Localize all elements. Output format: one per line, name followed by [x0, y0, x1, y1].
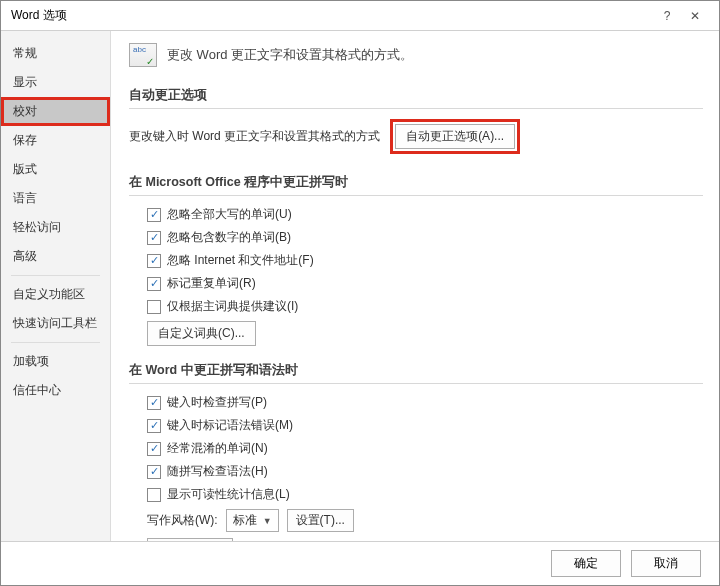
lbl-mark-grammar: 键入时标记语法错误(M) — [167, 417, 293, 434]
nav-display[interactable]: 显示 — [1, 68, 110, 97]
writing-style-label: 写作风格(W): — [147, 512, 218, 529]
writing-style-select[interactable]: 标准▼ — [226, 509, 279, 532]
autocorrect-desc: 更改键入时 Word 更正文字和设置其格式的方式 — [129, 128, 380, 145]
caret-down-icon: ▼ — [263, 516, 272, 526]
ok-button[interactable]: 确定 — [551, 550, 621, 577]
lbl-main-dict-only: 仅根据主词典提供建议(I) — [167, 298, 298, 315]
chk-main-dict-only[interactable] — [147, 300, 161, 314]
close-button[interactable]: ✕ — [681, 9, 709, 23]
nav-trust-center[interactable]: 信任中心 — [1, 376, 110, 405]
nav-ease-of-access[interactable]: 轻松访问 — [1, 213, 110, 242]
lbl-flag-repeat: 标记重复单词(R) — [167, 275, 256, 292]
autocorrect-options-button[interactable]: 自动更正选项(A)... — [395, 124, 515, 149]
header-text: 更改 Word 更正文字和设置其格式的方式。 — [167, 46, 413, 64]
highlight-autocorrect-button: 自动更正选项(A)... — [390, 119, 520, 154]
lbl-ignore-numbers: 忽略包含数字的单词(B) — [167, 229, 291, 246]
lbl-grammar-with-spelling: 随拼写检查语法(H) — [167, 463, 268, 480]
chk-check-spelling[interactable] — [147, 396, 161, 410]
lbl-ignore-internet: 忽略 Internet 和文件地址(F) — [167, 252, 314, 269]
lbl-confused-words: 经常混淆的单词(N) — [167, 440, 268, 457]
chk-readability[interactable] — [147, 488, 161, 502]
titlebar: Word 选项 ? ✕ — [1, 1, 719, 31]
chk-ignore-numbers[interactable] — [147, 231, 161, 245]
chk-grammar-with-spelling[interactable] — [147, 465, 161, 479]
nav-layout[interactable]: 版式 — [1, 155, 110, 184]
help-button[interactable]: ? — [653, 9, 681, 23]
settings-button[interactable]: 设置(T)... — [287, 509, 354, 532]
nav-general[interactable]: 常规 — [1, 39, 110, 68]
section-word-spelling: 在 Word 中更正拼写和语法时 — [129, 356, 703, 384]
nav-quick-access[interactable]: 快速访问工具栏 — [1, 309, 110, 338]
window-title: Word 选项 — [11, 7, 67, 24]
nav-advanced[interactable]: 高级 — [1, 242, 110, 271]
nav-proofing[interactable]: 校对 — [1, 97, 110, 126]
lbl-ignore-uppercase: 忽略全部大写的单词(U) — [167, 206, 292, 223]
lbl-readability: 显示可读性统计信息(L) — [167, 486, 290, 503]
section-autocorrect: 自动更正选项 — [129, 81, 703, 109]
content-panel: 更改 Word 更正文字和设置其格式的方式。 自动更正选项 更改键入时 Word… — [111, 31, 719, 541]
footer: 确定 取消 — [1, 541, 719, 585]
nav-addins[interactable]: 加载项 — [1, 347, 110, 376]
chk-flag-repeat[interactable] — [147, 277, 161, 291]
nav-save[interactable]: 保存 — [1, 126, 110, 155]
nav-language[interactable]: 语言 — [1, 184, 110, 213]
proofing-icon — [129, 43, 157, 67]
chk-confused-words[interactable] — [147, 442, 161, 456]
nav-customize-ribbon[interactable]: 自定义功能区 — [1, 280, 110, 309]
chk-ignore-internet[interactable] — [147, 254, 161, 268]
cancel-button[interactable]: 取消 — [631, 550, 701, 577]
sidebar: 常规 显示 校对 保存 版式 语言 轻松访问 高级 自定义功能区 快速访问工具栏… — [1, 31, 111, 541]
lbl-check-spelling: 键入时检查拼写(P) — [167, 394, 267, 411]
chk-mark-grammar[interactable] — [147, 419, 161, 433]
custom-dict-button[interactable]: 自定义词典(C)... — [147, 321, 256, 346]
chk-ignore-uppercase[interactable] — [147, 208, 161, 222]
section-office-spelling: 在 Microsoft Office 程序中更正拼写时 — [129, 168, 703, 196]
